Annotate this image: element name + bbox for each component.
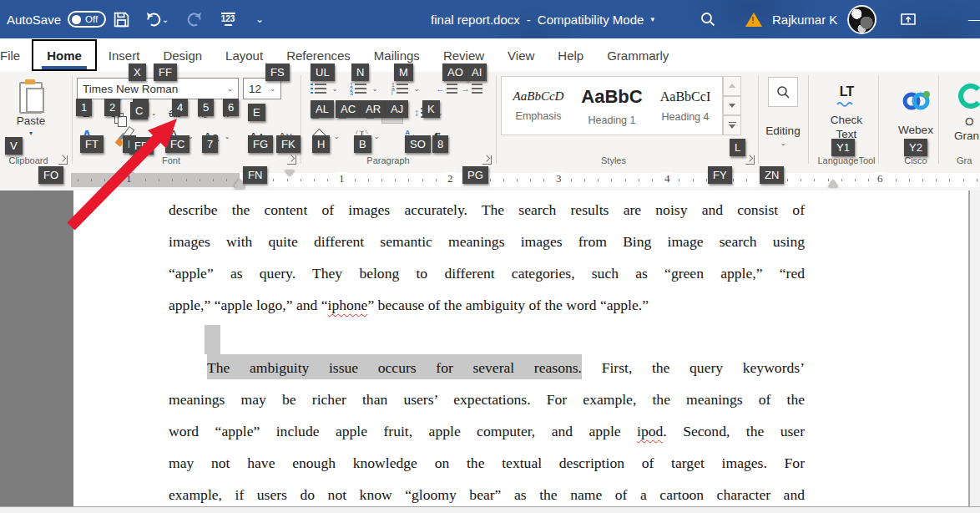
- style-heading1[interactable]: AaBbC Heading 1: [575, 77, 649, 135]
- multilevel-list-button[interactable]: 1ai: [389, 79, 411, 99]
- user-name: Rajkumar K: [772, 13, 837, 27]
- horizontal-ruler[interactable]: 1 1 2 3 4 6: [0, 170, 980, 191]
- ribbon-display-icon: [901, 13, 916, 26]
- grammarly-line1: O: [965, 115, 974, 128]
- editing-label: Editing: [765, 124, 800, 137]
- document-title[interactable]: final report.docx - Compatibility Mode ▾: [392, 0, 693, 38]
- borders-dropdown[interactable]: ⌄: [372, 125, 381, 147]
- undo-dropdown-chevron-icon[interactable]: ⌄: [162, 15, 169, 24]
- keytip-styles-gallery: L: [730, 139, 745, 156]
- minimize-button[interactable]: —: [962, 7, 980, 32]
- paragraph-dialog-launcher[interactable]: [482, 155, 492, 165]
- keytip-numbering: N: [351, 63, 369, 81]
- styles-scroll-up-button[interactable]: [723, 76, 741, 96]
- paste-button[interactable]: Paste ▾: [7, 77, 55, 140]
- editing-menu-chevron[interactable]: ⌄: [758, 137, 808, 149]
- keytip-font-dialog: FN: [243, 166, 267, 184]
- tab-home[interactable]: Home: [32, 39, 97, 71]
- numbering-dropdown[interactable]: ⌄: [371, 79, 379, 99]
- autosave-toggle[interactable]: Off: [68, 11, 106, 28]
- keytip-paste: V: [5, 137, 23, 155]
- paste-dropdown-chevron-icon[interactable]: ▾: [29, 130, 33, 137]
- misspelled-word: ipod: [637, 423, 663, 439]
- warning-icon[interactable]: !: [745, 13, 762, 27]
- ruler-number: 1: [124, 172, 134, 185]
- numbering-lines-icon: [225, 24, 232, 26]
- multilevel-dropdown[interactable]: ⌄: [412, 79, 421, 99]
- styles-dialog-launcher[interactable]: [745, 155, 755, 165]
- squiggle-icon: [836, 101, 856, 107]
- webex-button[interactable]: Webex: [890, 77, 942, 147]
- qat-numbering-button[interactable]: 123: [215, 7, 240, 32]
- clipboard-dialog-launcher[interactable]: [58, 155, 68, 165]
- autosave-control[interactable]: AutoSave Off: [7, 0, 106, 38]
- group-separator: [72, 75, 73, 164]
- title-bar: AutoSave Off ⌄: [0, 0, 980, 38]
- chevron-down-icon: ⌄: [332, 85, 338, 93]
- keytip-show-marks: 8: [432, 135, 448, 153]
- decrease-indent-button[interactable]: ←: [436, 79, 457, 99]
- editing-menu-button[interactable]: Editing: [758, 122, 808, 139]
- increase-indent-button[interactable]: →: [461, 79, 482, 99]
- grammarly-line2: Gran: [954, 130, 979, 142]
- tab-view[interactable]: View: [496, 39, 546, 71]
- tab-grammarly[interactable]: Grammarly: [595, 39, 680, 71]
- ribbon-tabs: File Home Insert Design Layout Reference…: [0, 38, 980, 72]
- chevron-down-icon: ⌄: [255, 13, 264, 25]
- font-dialog-launcher[interactable]: [287, 155, 296, 165]
- tab-file[interactable]: File: [0, 39, 32, 71]
- webex-label: Webex: [898, 124, 933, 136]
- chevron-down-icon[interactable]: ⌄: [227, 85, 233, 93]
- style-heading4[interactable]: AaBbCcI Heading 4: [649, 77, 722, 135]
- multilevel-lines-icon: [397, 84, 408, 94]
- bullet-lines-icon: [315, 84, 326, 94]
- styles-more-button[interactable]: [723, 115, 741, 135]
- underline-dropdown[interactable]: ⌄: [149, 102, 159, 124]
- chevron-down-icon: ⌄: [334, 133, 340, 140]
- ribbon-display-options-button[interactable]: [896, 7, 921, 32]
- redo-button[interactable]: [182, 7, 207, 32]
- title-dropdown-chevron-icon[interactable]: ▾: [650, 15, 654, 23]
- chevron-down-icon: ⌄: [151, 109, 157, 117]
- search-icon: [776, 85, 791, 99]
- group-separator: [808, 75, 809, 164]
- style-emphasis[interactable]: AaBbCcD Emphasis: [502, 77, 575, 135]
- font-group-label: Font: [146, 155, 196, 165]
- ruler-number: 1: [336, 172, 347, 185]
- right-indent-marker[interactable]: [828, 180, 838, 187]
- search-button[interactable]: [695, 7, 720, 32]
- account-area[interactable]: ! Rajkumar K: [745, 0, 876, 38]
- keytip-superscript: 6: [223, 99, 239, 116]
- styles-scroll-down-button[interactable]: [723, 96, 741, 116]
- chevron-down-icon[interactable]: ⌄: [270, 85, 275, 93]
- tab-help[interactable]: Help: [546, 39, 595, 71]
- styles-scroll-column: [723, 76, 741, 135]
- numbering-123-label: 123: [221, 16, 235, 23]
- bullets-button[interactable]: [307, 79, 329, 99]
- undo-button[interactable]: ⌄: [140, 7, 174, 32]
- check-text-button[interactable]: LT Check Text: [821, 77, 871, 147]
- keytip-decrease-indent: AO: [442, 63, 468, 81]
- indent-lines-icon: [472, 84, 482, 94]
- title-mode: Compatibility Mode: [538, 13, 644, 27]
- word-window: AutoSave Off ⌄: [0, 0, 980, 513]
- shading-dropdown[interactable]: ⌄: [332, 125, 341, 147]
- numbering-lines-icon: [355, 84, 366, 94]
- keytip-borders: B: [354, 135, 371, 153]
- save-button[interactable]: [109, 7, 134, 32]
- avatar[interactable]: [847, 5, 876, 34]
- first-line-indent-marker[interactable]: [285, 170, 295, 176]
- customize-qat-button[interactable]: ⌄: [247, 7, 272, 32]
- keytip-languagetool: Y1: [831, 139, 855, 156]
- keytip-italic: 2: [104, 99, 120, 116]
- keytip-shrink-font: FK: [276, 135, 301, 153]
- editing-find-button[interactable]: [768, 77, 798, 107]
- bullets-dropdown[interactable]: ⌄: [331, 79, 339, 99]
- open-grammarly-button[interactable]: O Gran: [950, 77, 980, 147]
- check-text-line1: Check: [831, 114, 862, 126]
- undo-icon: [145, 11, 162, 28]
- change-case-dropdown[interactable]: ⌄: [222, 125, 232, 147]
- numbering-button[interactable]: 123: [347, 79, 369, 99]
- doc-line: images with quite different semantic mea…: [169, 226, 805, 257]
- chevron-down-icon: [729, 124, 735, 129]
